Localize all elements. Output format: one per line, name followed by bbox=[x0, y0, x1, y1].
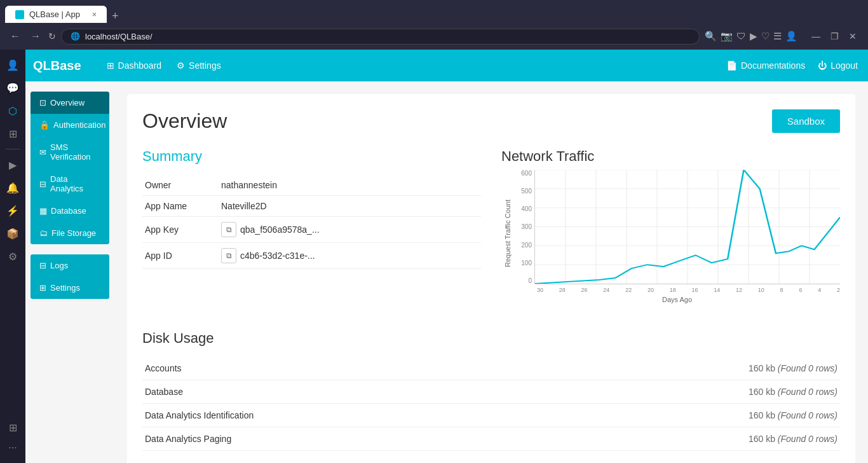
sidebar-item-filestorage[interactable]: 🗂 File Storage bbox=[31, 222, 109, 244]
table-row: Owner nathannestein bbox=[142, 175, 481, 196]
ytick-400: 400 bbox=[514, 205, 532, 212]
found-rows: (Found 0 rows) bbox=[778, 363, 837, 373]
disk-size: 160 kb bbox=[749, 434, 775, 444]
docs-link[interactable]: 📄 Documentations bbox=[726, 60, 805, 71]
vscode-sidebar: 👤 💬 ⬡ ⊞ ▶ 🔔 ⚡ 📦 ⚙ ⊞ ··· bbox=[0, 50, 25, 463]
vs-chat-icon[interactable]: 💬 bbox=[3, 78, 23, 98]
xtick: 18 bbox=[670, 287, 676, 293]
chart-container: Request Traffic Count 600 500 bbox=[501, 170, 840, 310]
menu-icon[interactable]: ☰ bbox=[773, 31, 782, 42]
appkey-value: qba_f506a9578a_... bbox=[240, 225, 320, 235]
vs-lightning-icon[interactable]: ⚡ bbox=[3, 200, 23, 221]
vs-grid-icon[interactable]: ⊞ bbox=[3, 417, 23, 438]
sidebar-item-settings[interactable]: ⊞ Settings bbox=[31, 277, 109, 299]
auth-label: Authentication bbox=[53, 120, 105, 130]
disk-value-accounts: 160 kb (Found 0 rows) bbox=[524, 357, 840, 380]
sidebar-item-authentication[interactable]: 🔒 Authentication bbox=[31, 114, 109, 136]
owner-label: Owner bbox=[142, 175, 219, 196]
minimize-btn[interactable]: — bbox=[808, 30, 824, 43]
tab-close-btn[interactable]: × bbox=[92, 10, 97, 19]
sidebar-item-database[interactable]: ▦ Database bbox=[31, 200, 109, 222]
vs-person-icon[interactable]: 👤 bbox=[3, 55, 23, 75]
settings-icon: ⚙ bbox=[177, 60, 185, 71]
vs-run-icon[interactable]: ▶ bbox=[3, 155, 23, 175]
disk-label-da-id: Data Analytics Identification bbox=[142, 404, 524, 427]
play-icon[interactable]: ▶ bbox=[750, 31, 757, 42]
vs-divider bbox=[5, 149, 20, 149]
ytick-0: 0 bbox=[514, 277, 532, 284]
sms-icon: ✉ bbox=[39, 148, 46, 157]
active-tab[interactable]: QLBase | App × bbox=[5, 6, 107, 23]
sidebar-settings-label: Settings bbox=[50, 283, 80, 293]
new-tab-btn[interactable]: + bbox=[107, 10, 124, 23]
app-container: 👤 💬 ⬡ ⊞ ▶ 🔔 ⚡ 📦 ⚙ ⊞ ··· QLBase ⊞ Dashboa… bbox=[0, 50, 868, 463]
vs-qlbase-icon[interactable]: ⬡ bbox=[3, 100, 23, 121]
refresh-btn[interactable]: ↻ bbox=[48, 31, 56, 41]
analytics-icon: ⊟ bbox=[39, 179, 46, 189]
sidebar-item-logs[interactable]: ⊟ Logs bbox=[31, 254, 109, 277]
xtick: 14 bbox=[714, 287, 720, 293]
appid-label: App ID bbox=[142, 243, 219, 269]
forward-btn[interactable]: → bbox=[28, 28, 43, 45]
analytics-label: Data Analytics bbox=[50, 174, 100, 193]
sidebar-section-bottom: ⊟ Logs ⊞ Settings bbox=[31, 254, 109, 299]
profile-icon[interactable]: 👤 bbox=[785, 31, 797, 42]
x-axis-label: Days Ago bbox=[514, 296, 840, 303]
sidebar-item-analytics[interactable]: ⊟ Data Analytics bbox=[31, 168, 109, 200]
heart-icon[interactable]: ♡ bbox=[761, 31, 770, 42]
table-row: Database 160 kb (Found 0 rows) bbox=[142, 380, 840, 404]
overview-label: Overview bbox=[50, 98, 85, 107]
found-rows: (Found 0 rows) bbox=[778, 387, 837, 397]
browser-controls: ← → ↻ 🌐 localhost/QLBase/ 🔍 📷 🛡 ▶ ♡ ☰ 👤 … bbox=[0, 23, 868, 50]
screenshot-icon[interactable]: 📷 bbox=[721, 31, 733, 42]
logs-label: Logs bbox=[50, 261, 68, 270]
disk-size: 160 kb bbox=[749, 363, 775, 373]
ytick-500: 500 bbox=[514, 188, 532, 195]
nav-right: 📄 Documentations ⏻ Logout bbox=[726, 60, 858, 71]
table-row: App ID ⧉ c4b6-53d2-c31e-... bbox=[142, 243, 481, 269]
ytick-600: 600 bbox=[514, 170, 532, 177]
appid-cell: ⧉ c4b6-53d2-c31e-... bbox=[219, 243, 481, 269]
address-bar[interactable]: 🌐 localhost/QLBase/ bbox=[61, 29, 700, 45]
dashboard-link[interactable]: ⊞ Dashboard bbox=[107, 60, 162, 71]
disk-label-db: Database bbox=[142, 380, 524, 404]
shield-icon[interactable]: 🛡 bbox=[736, 31, 746, 42]
page-title: Overview bbox=[142, 109, 227, 133]
tab-favicon bbox=[15, 10, 24, 19]
app-id-container: ⧉ c4b6-53d2-c31e-... bbox=[221, 248, 478, 263]
sidebar-item-overview[interactable]: ⊡ Overview bbox=[31, 92, 109, 114]
page-header: Overview Sandbox bbox=[142, 109, 840, 133]
found-rows: (Found 0 rows) bbox=[778, 410, 837, 420]
vs-bell-icon[interactable]: 🔔 bbox=[3, 177, 23, 198]
settings-link[interactable]: ⚙ Settings bbox=[177, 60, 221, 71]
close-btn[interactable]: ✕ bbox=[845, 30, 860, 43]
sandbox-button[interactable]: Sandbox bbox=[772, 109, 840, 133]
ytick-200: 200 bbox=[514, 242, 532, 249]
xtick: 4 bbox=[818, 287, 821, 293]
network-section: Network Traffic Request Traffic Count bbox=[501, 148, 840, 310]
vs-dots-icon[interactable]: ··· bbox=[3, 438, 23, 458]
copy-appid-btn[interactable]: ⧉ bbox=[221, 248, 236, 263]
xtick: 10 bbox=[758, 287, 764, 293]
appkey-cell: ⧉ qba_f506a9578a_... bbox=[219, 217, 481, 243]
logs-icon: ⊟ bbox=[39, 261, 46, 270]
table-row: App Name Nateville2D bbox=[142, 196, 481, 217]
window-controls: — ❐ ✕ bbox=[808, 30, 860, 43]
logout-link[interactable]: ⏻ Logout bbox=[818, 60, 858, 71]
maximize-btn[interactable]: ❐ bbox=[827, 30, 843, 43]
search-icon[interactable]: 🔍 bbox=[705, 31, 717, 42]
disk-value-da-paging: 160 kb (Found 0 rows) bbox=[524, 427, 840, 451]
back-btn[interactable]: ← bbox=[8, 28, 23, 45]
docs-label: Documentations bbox=[741, 60, 805, 71]
summary-section: Summary Owner nathannestein App Name Nat… bbox=[142, 148, 481, 310]
vs-box-icon[interactable]: 📦 bbox=[3, 223, 23, 244]
logout-label: Logout bbox=[831, 60, 858, 71]
content-area: Overview Sandbox Summary Owner nathannes… bbox=[114, 81, 868, 463]
copy-appkey-btn[interactable]: ⧉ bbox=[221, 222, 236, 237]
vs-gear-icon[interactable]: ⚙ bbox=[3, 246, 23, 266]
sidebar-settings-icon: ⊞ bbox=[39, 283, 46, 293]
sidebar-item-sms[interactable]: ✉ SMS Verification bbox=[31, 136, 109, 168]
vs-extensions-icon[interactable]: ⊞ bbox=[3, 123, 23, 144]
app-logo[interactable]: QLBase bbox=[33, 59, 81, 73]
xtick: 12 bbox=[736, 287, 742, 293]
